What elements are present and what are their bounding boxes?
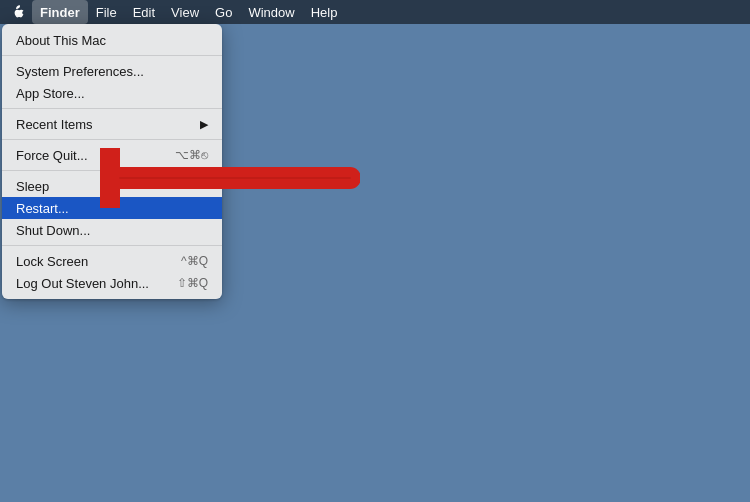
menubar-edit[interactable]: Edit xyxy=(125,0,163,24)
menu-item-restart[interactable]: Restart... xyxy=(2,197,222,219)
menu-separator-1 xyxy=(2,55,222,56)
menubar-help[interactable]: Help xyxy=(303,0,346,24)
force-quit-shortcut: ⌥⌘⎋ xyxy=(175,148,208,162)
menubar: Finder File Edit View Go Window Help xyxy=(0,0,750,24)
apple-menu-icon[interactable] xyxy=(8,2,28,22)
menu-item-force-quit[interactable]: Force Quit... ⌥⌘⎋ xyxy=(2,144,222,166)
menu-item-lock-screen[interactable]: Lock Screen ^⌘Q xyxy=(2,250,222,272)
recent-items-arrow: ▶ xyxy=(200,118,208,131)
menu-item-shutdown[interactable]: Shut Down... xyxy=(2,219,222,241)
menu-item-logout[interactable]: Log Out Steven John... ⇧⌘Q xyxy=(2,272,222,294)
menu-item-sleep[interactable]: Sleep xyxy=(2,175,222,197)
menubar-go[interactable]: Go xyxy=(207,0,240,24)
logout-shortcut: ⇧⌘Q xyxy=(177,276,208,290)
menu-separator-4 xyxy=(2,170,222,171)
menu-item-app-store[interactable]: App Store... xyxy=(2,82,222,104)
menu-separator-5 xyxy=(2,245,222,246)
menubar-file[interactable]: File xyxy=(88,0,125,24)
apple-dropdown-menu: About This Mac System Preferences... App… xyxy=(2,24,222,299)
menu-item-system-prefs[interactable]: System Preferences... xyxy=(2,60,222,82)
lock-screen-shortcut: ^⌘Q xyxy=(181,254,208,268)
menubar-finder[interactable]: Finder xyxy=(32,0,88,24)
menu-separator-3 xyxy=(2,139,222,140)
menubar-view[interactable]: View xyxy=(163,0,207,24)
menubar-window[interactable]: Window xyxy=(240,0,302,24)
menu-item-recent-items[interactable]: Recent Items ▶ xyxy=(2,113,222,135)
menu-item-about[interactable]: About This Mac xyxy=(2,29,222,51)
menu-separator-2 xyxy=(2,108,222,109)
